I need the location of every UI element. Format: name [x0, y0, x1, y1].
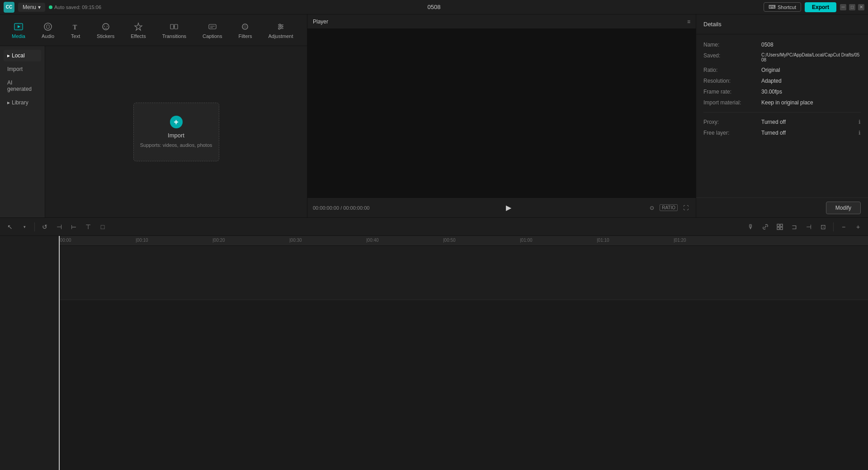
svg-point-5 [103, 24, 109, 30]
sidebar-item-ai-generated[interactable]: AI generated [4, 77, 41, 95]
adjustment-icon [276, 22, 286, 32]
detail-row-name: Name: 0508 [703, 42, 861, 48]
toolbar-item-stickers[interactable]: Stickers [92, 19, 119, 42]
minimize-button[interactable]: ─ [840, 4, 846, 10]
proxy-info-icon[interactable]: ℹ [859, 119, 861, 125]
svg-point-20 [278, 28, 280, 29]
grid-button[interactable] [774, 221, 786, 233]
toolbar-item-filters[interactable]: Filters [234, 19, 256, 42]
sidebar: ▸ Local Import AI generated ▸ Library [0, 46, 45, 217]
titlebar-right: ⌨ Shortcut Export ─ □ ✕ [764, 2, 864, 12]
filters-icon [240, 22, 250, 32]
import-plus-icon: + [170, 116, 183, 128]
svg-rect-21 [777, 224, 779, 226]
cursor-tool-button[interactable]: ↖ [4, 221, 16, 233]
local-arrow-icon: ▸ [7, 52, 10, 59]
toolbar-item-adjustment[interactable]: Adjustment [264, 19, 297, 42]
close-button[interactable]: ✕ [858, 4, 864, 10]
detail-ratio-value: Original [761, 67, 861, 73]
toolbar-item-effects[interactable]: Effects [126, 19, 150, 42]
timeline-divider-1 [34, 222, 35, 231]
detail-row-ratio: Ratio: Original [703, 67, 861, 73]
toolbar-item-audio[interactable]: Audio [37, 19, 59, 42]
menu-button[interactable]: Menu ▾ [18, 3, 45, 12]
detail-row-import-material: Import material: Keep in original place [703, 99, 861, 106]
media-icon [14, 22, 24, 32]
toolbar-item-captions[interactable]: Captions [198, 19, 226, 42]
link-button[interactable] [759, 221, 772, 233]
mic-button[interactable]: 🎙 [745, 221, 757, 233]
detail-row-saved: Saved: C:/Users/MyPC/AppData/Local/CapCu… [703, 52, 861, 62]
modify-button[interactable]: Modify [826, 202, 861, 214]
toolbar-item-transitions[interactable]: Transitions [158, 19, 191, 42]
import-drop-box[interactable]: + Import Supports: videos, audios, photo… [133, 103, 219, 161]
import-label: Import [168, 132, 184, 139]
undo-fwd-button[interactable]: ⊢ [67, 221, 80, 233]
timeline-content: |00:00 |00:10 |00:20 |00:30 |00:40 |00:5… [0, 236, 868, 470]
sidebar-import-label: Import [7, 66, 23, 72]
menu-label: Menu [23, 4, 36, 10]
ruler-mark-6: |01:00 [520, 238, 533, 243]
player-viewport [307, 29, 696, 197]
detail-name-value: 0508 [761, 42, 861, 48]
detail-name-label: Name: [703, 42, 758, 48]
detail-row-framerate: Frame rate: 30.00fps [703, 89, 861, 95]
ruler-mark-1: |00:10 [136, 238, 148, 243]
ruler-mark-4: |00:40 [366, 238, 379, 243]
detail-framerate-label: Frame rate: [703, 89, 758, 95]
sidebar-local-label: Local [12, 52, 25, 59]
toolbar-item-media[interactable]: Media [7, 19, 30, 42]
media-label: Media [12, 33, 25, 39]
magnet-button[interactable]: ⊐ [788, 221, 801, 233]
shortcut-button[interactable]: ⌨ Shortcut [764, 2, 801, 12]
svg-rect-11 [209, 24, 216, 29]
sidebar-library-label: Library [12, 99, 28, 106]
detail-ratio-label: Ratio: [703, 67, 758, 73]
delete-tool-button[interactable]: □ [96, 221, 109, 233]
left-content: ▸ Local Import AI generated ▸ Library [0, 46, 307, 217]
captions-label: Captions [203, 33, 222, 39]
stickers-icon [101, 22, 111, 32]
timeline-section: ↖ ▾ ↺ ⊣ ⊢ ⊤ □ 🎙 [0, 218, 868, 470]
player-time-display: 00:00:00:00 / 00:00:00:00 [313, 205, 369, 211]
player-right-controls: ⊙ RATIO ⛶ [648, 204, 690, 212]
adjustment-label: Adjustment [268, 33, 293, 39]
sidebar-item-import[interactable]: Import [4, 63, 41, 75]
zoom-in-button[interactable]: + [852, 221, 864, 233]
detail-row-resolution: Resolution: Adapted [703, 78, 861, 84]
detail-proxy-value: Turned off [761, 119, 855, 125]
screenshot-button[interactable]: ⊙ [648, 204, 656, 212]
cursor-dropdown-button[interactable]: ▾ [18, 221, 31, 233]
details-title: Details [703, 21, 722, 28]
svg-rect-9 [170, 24, 174, 29]
ruler-mark-7: |01:10 [597, 238, 609, 243]
sidebar-item-local[interactable]: ▸ Local [4, 50, 41, 61]
detail-resolution-value: Adapted [761, 78, 861, 84]
undo-back-button[interactable]: ⊣ [53, 221, 66, 233]
split2-button[interactable]: ⊣ [802, 221, 815, 233]
menu-arrow-icon: ▾ [38, 4, 41, 10]
export-button[interactable]: Export [805, 2, 836, 12]
app-container: Media Audio T [0, 14, 868, 470]
free-layer-info-icon[interactable]: ℹ [859, 130, 861, 136]
toolbar-item-text[interactable]: T Text [66, 19, 85, 42]
undo-button[interactable]: ↺ [38, 221, 51, 233]
capcut-logo: CC [4, 2, 14, 13]
keyboard-icon: ⌨ [769, 4, 776, 10]
fullscreen-button[interactable]: ⛶ [681, 204, 690, 212]
stickers-label: Stickers [97, 33, 114, 39]
player-menu-icon[interactable]: ≡ [687, 19, 690, 25]
text-label: Text [71, 33, 80, 39]
split-button[interactable]: ⊤ [82, 221, 94, 233]
maximize-button[interactable]: □ [849, 4, 855, 10]
media-area: + Import Supports: videos, audios, photo… [45, 46, 307, 217]
zoom-out-button[interactable]: − [837, 221, 850, 233]
audio-label: Audio [42, 33, 54, 39]
sidebar-item-library[interactable]: ▸ Library [4, 97, 41, 108]
captions-icon [208, 22, 217, 32]
transitions-icon [169, 22, 179, 32]
ratio-badge: RATIO [660, 204, 678, 211]
play-button[interactable]: ▶ [506, 203, 511, 212]
svg-marker-8 [135, 23, 142, 30]
caption-tool-button[interactable]: ⊡ [817, 221, 830, 233]
